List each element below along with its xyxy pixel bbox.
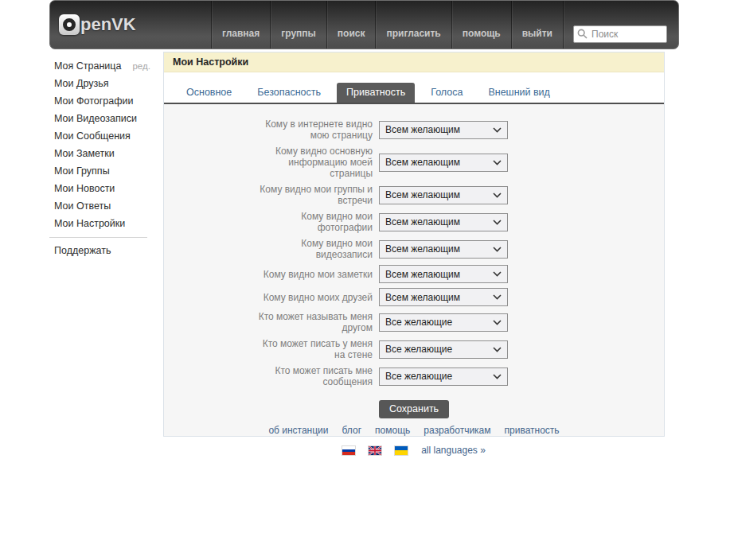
- nav-item-groups[interactable]: группы: [270, 1, 326, 49]
- tab-general[interactable]: Основное: [177, 83, 241, 103]
- privacy-label-friends: Кому видно моих друзей: [253, 292, 373, 303]
- flag-russia-icon[interactable]: [342, 446, 355, 455]
- openvk-logo-icon: [59, 14, 80, 35]
- header-search-cell: [563, 1, 678, 49]
- chevron-down-icon: [493, 192, 502, 198]
- top-navigation: главная группы поиск пригласить помощь в…: [211, 1, 563, 49]
- nav-item-invite[interactable]: пригласить: [375, 1, 451, 49]
- sidebar-item-my-news[interactable]: Мои Новости: [54, 183, 115, 194]
- chevron-down-icon: [493, 127, 502, 133]
- privacy-select-photos[interactable]: Всем желающим: [379, 213, 508, 231]
- form-row: Кому видно моих друзей Всем желающим: [253, 288, 651, 306]
- sidebar-item-my-notes[interactable]: Мои Заметки: [54, 148, 115, 159]
- sidebar-item-my-videos[interactable]: Мои Видеозаписи: [54, 113, 137, 124]
- privacy-label-wall-posts: Кто может писать у меня на стене: [253, 338, 373, 360]
- footer-link-developers[interactable]: разработчикам: [424, 425, 490, 436]
- sidebar-edit-link[interactable]: ред.: [132, 61, 150, 71]
- tab-appearance[interactable]: Внешний вид: [478, 83, 559, 103]
- form-row: Кто может называть меня другом Все желаю…: [253, 311, 651, 333]
- chevron-down-icon: [493, 247, 502, 252]
- privacy-select-page-visibility[interactable]: Всем желающим: [379, 121, 508, 139]
- sidebar-divider: [49, 237, 147, 238]
- chevron-down-icon: [493, 160, 502, 165]
- chevron-down-icon: [493, 271, 502, 277]
- privacy-label-messages: Кто может писать мне сообщения: [253, 365, 373, 387]
- privacy-form: Кому в интернете видно мою страницу Всем…: [164, 104, 664, 436]
- privacy-label-photos: Кому видно мои фотографии: [253, 211, 373, 233]
- search-icon: [577, 29, 588, 39]
- privacy-label-videos: Кому видно мои видеозаписи: [253, 238, 373, 260]
- chevron-down-icon: [493, 347, 502, 352]
- sidebar-item-my-page: Моя Страница ред.: [49, 57, 163, 75]
- form-row: Кому видно мои видеозаписи Всем желающим: [253, 238, 651, 260]
- nav-item-help[interactable]: помощь: [451, 1, 511, 49]
- settings-panel: Мои Настройки Основное Безопасность Прив…: [163, 52, 665, 437]
- chevron-down-icon: [493, 220, 502, 225]
- sidebar: Моя Страница ред. Мои Друзья Мои Фотогра…: [49, 57, 163, 259]
- privacy-label-add-friend: Кто может называть меня другом: [253, 311, 373, 333]
- nav-item-search[interactable]: поиск: [326, 1, 376, 49]
- sidebar-item-my-photos[interactable]: Мои Фотографии: [54, 95, 133, 107]
- page-title: Мои Настройки: [164, 52, 664, 72]
- tab-privacy[interactable]: Приватность: [337, 83, 415, 103]
- footer: об инстанции блог помощь разработчикам п…: [163, 425, 665, 456]
- tab-security[interactable]: Безопасность: [248, 83, 330, 103]
- privacy-select-notes[interactable]: Всем желающим: [379, 265, 508, 283]
- form-row: Кому в интернете видно мою страницу Всем…: [253, 119, 651, 141]
- language-switcher: all languages »: [163, 445, 665, 456]
- privacy-select-groups-meetings[interactable]: Всем желающим: [379, 186, 508, 204]
- nav-item-home[interactable]: главная: [211, 1, 270, 49]
- form-row: Кто может писать у меня на стене Все жел…: [253, 338, 651, 360]
- form-row: Кто может писать мне сообщения Все желаю…: [253, 365, 651, 387]
- settings-tabs: Основное Безопасность Приватность Голоса…: [164, 72, 664, 104]
- top-header-bar: penVK главная группы поиск пригласить по…: [49, 0, 679, 49]
- privacy-select-basic-info[interactable]: Всем желающим: [379, 154, 508, 172]
- form-row: Кому видно мои заметки Всем желающим: [253, 265, 651, 283]
- footer-links: об инстанции блог помощь разработчикам п…: [163, 425, 665, 436]
- footer-link-blog[interactable]: блог: [342, 425, 362, 436]
- chevron-down-icon: [493, 374, 502, 379]
- privacy-label-notes: Кому видно мои заметки: [253, 269, 373, 280]
- privacy-select-messages[interactable]: Все желающие: [379, 368, 508, 386]
- privacy-select-add-friend[interactable]: Все желающие: [379, 313, 508, 332]
- privacy-select-wall-posts[interactable]: Все желающие: [379, 340, 508, 359]
- privacy-label-page-visibility: Кому в интернете видно мою страницу: [253, 119, 373, 141]
- form-row: Кому видно мои группы и встречи Всем жел…: [253, 184, 651, 206]
- chevron-down-icon: [493, 320, 502, 325]
- privacy-select-friends[interactable]: Всем желающим: [379, 288, 508, 306]
- sidebar-item-my-groups[interactable]: Мои Группы: [54, 165, 110, 177]
- form-row: Кому видно мои фотографии Всем желающим: [253, 211, 651, 233]
- flag-united-kingdom-icon[interactable]: [369, 446, 381, 455]
- footer-link-about-instance[interactable]: об инстанции: [268, 425, 328, 436]
- logo-text: penVK: [80, 14, 136, 35]
- sidebar-item-my-answers[interactable]: Мои Ответы: [54, 200, 111, 212]
- nav-item-logout[interactable]: выйти: [511, 1, 563, 49]
- sidebar-item-donate[interactable]: Поддержать: [54, 245, 111, 256]
- privacy-label-groups-meetings: Кому видно мои группы и встречи: [253, 184, 373, 206]
- sidebar-link-my-page[interactable]: Моя Страница: [54, 60, 121, 72]
- privacy-select-videos[interactable]: Всем желающим: [379, 240, 508, 259]
- form-row: Кому видно основную информацию моей стра…: [253, 146, 651, 179]
- tab-votes[interactable]: Голоса: [421, 83, 472, 103]
- save-button[interactable]: Сохранить: [379, 400, 449, 418]
- sidebar-item-my-settings[interactable]: Мои Настройки: [54, 218, 125, 229]
- sidebar-item-my-friends[interactable]: Мои Друзья: [54, 78, 109, 89]
- flag-ukraine-icon[interactable]: [395, 446, 408, 455]
- all-languages-link[interactable]: all languages »: [421, 445, 486, 456]
- sidebar-item-my-messages[interactable]: Мои Сообщения: [54, 130, 131, 142]
- footer-link-help[interactable]: помощь: [375, 425, 410, 436]
- privacy-label-basic-info: Кому видно основную информацию моей стра…: [253, 146, 373, 179]
- chevron-down-icon: [493, 294, 502, 300]
- footer-link-privacy[interactable]: приватность: [505, 425, 560, 436]
- openvk-logo[interactable]: penVK: [50, 1, 211, 49]
